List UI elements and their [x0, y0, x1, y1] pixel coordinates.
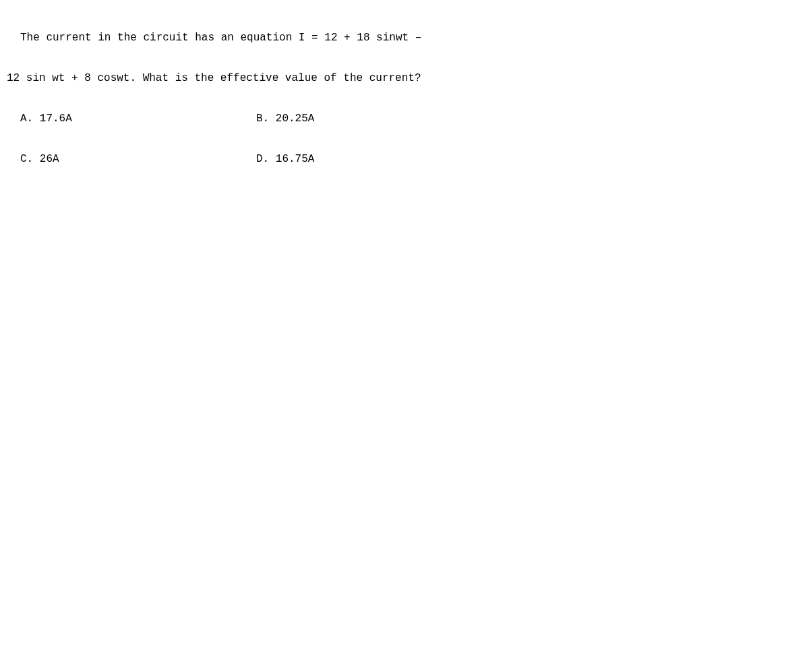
option-d: D. 16.75A: [256, 152, 314, 166]
question-text-line2: 12 sin wt + 8 coswt. What is the effecti…: [7, 71, 809, 85]
question-text-line1: The current in the circuit has an equati…: [7, 31, 809, 44]
option-c: C. 26A: [7, 152, 256, 166]
options-row-2: C. 26A D. 16.75A: [7, 152, 809, 166]
option-a: A. 17.6A: [7, 112, 256, 125]
question-block: The current in the circuit has an equati…: [0, 0, 809, 179]
option-b: B. 20.25A: [256, 112, 314, 125]
options-row-1: A. 17.6A B. 20.25A: [7, 112, 809, 125]
